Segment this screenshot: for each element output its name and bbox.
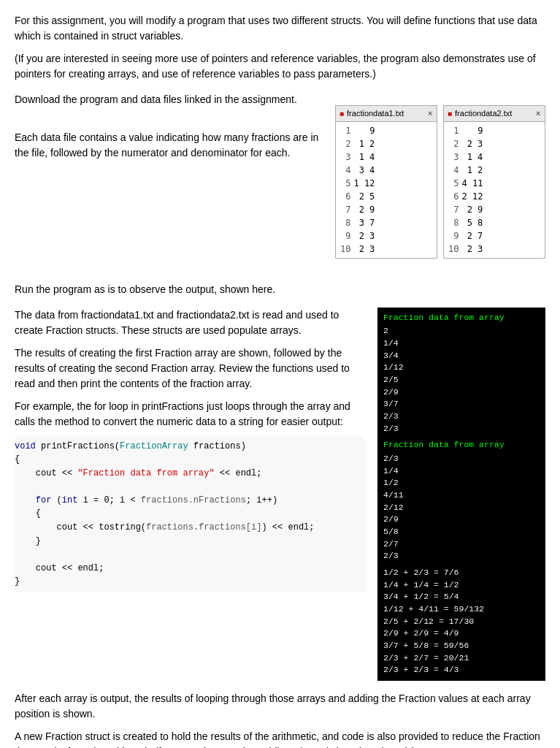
file-viewer-1-title: ■ fractiondata1.txt ✕ <box>336 106 437 122</box>
terminal-result: 2/9 + 2/9 = 4/9 <box>383 627 540 640</box>
code-line10: cout << endl; <box>15 562 366 576</box>
terminal-line: 1/12 <box>383 362 540 374</box>
file2-table: 19 22 3 31 4 41 2 54 11 62 12 72 9 85 8 … <box>448 124 486 256</box>
run-text: Run the program as is to observe the out… <box>15 282 545 297</box>
desc-para1: The data from fractiondata1.txt and frac… <box>15 308 366 338</box>
code-line9 <box>15 548 366 562</box>
desc-para3: For example, the for loop in printFracti… <box>15 399 366 430</box>
file1-title: fractiondata1.txt <box>347 107 404 120</box>
code-line2: { <box>15 453 366 467</box>
code-block: void printFractions(FractionArray fracti… <box>15 437 366 592</box>
files-download-section: Download the program and data files link… <box>15 92 545 272</box>
terminal-line: 2/3 <box>383 550 540 562</box>
code-line7: cout << tostring(fractions.fractions[i])… <box>15 521 366 535</box>
intro-section: For this assignment, you will modify a p… <box>15 13 545 82</box>
file1-close[interactable]: ✕ <box>427 108 433 119</box>
table-row: 85 8 <box>448 216 486 229</box>
terminal-line: 2/5 <box>383 374 540 386</box>
table-row: 41 2 <box>448 164 486 177</box>
table-row: 62 12 <box>448 190 486 203</box>
terminal-line: 2/3 <box>383 453 540 465</box>
file2-title: fractiondata2.txt <box>455 107 512 120</box>
terminal-line: 3/7 <box>383 398 540 411</box>
code-line6: { <box>15 507 366 521</box>
code-line3: cout << "Fraction data from array" << en… <box>15 467 366 481</box>
file2-body: 19 22 3 31 4 41 2 54 11 62 12 72 9 85 8 … <box>444 122 545 258</box>
table-row: 51 12 <box>340 177 377 190</box>
code-line1: void printFractions(FractionArray fracti… <box>15 440 366 454</box>
table-row: 31 4 <box>448 150 486 164</box>
table-row: 31 4 <box>340 150 377 164</box>
desc-para2: The results of creating the first Fracti… <box>15 346 366 392</box>
table-row: 54 11 <box>448 177 486 190</box>
code-line8: } <box>15 535 366 549</box>
file-viewer-2-title: ■ fractiondata2.txt ✕ <box>444 106 545 122</box>
terminal-line: 4/11 <box>383 489 540 502</box>
terminal-line: 2/9 <box>383 514 540 526</box>
code-line4 <box>15 480 366 494</box>
terminal-result: 2/3 + 2/3 = 4/3 <box>383 664 540 676</box>
terminal-result: 1/12 + 4/11 = 59/132 <box>383 603 540 616</box>
terminal-line: 3/4 <box>383 350 540 362</box>
terminal-header1: Fraction data from array <box>383 312 540 324</box>
terminal-line: 2 <box>383 325 540 337</box>
terminal-output: Fraction data from array 2 1/4 3/4 1/12 … <box>377 308 545 681</box>
table-row: 102 3 <box>448 243 486 256</box>
download-text: Download the program and data files link… <box>15 92 323 107</box>
terminal-result: 1/2 + 2/3 = 7/6 <box>383 567 540 579</box>
terminal-line: 1/4 <box>383 337 540 350</box>
terminal-line: 2/3 <box>383 411 540 423</box>
terminal-line: 1/2 <box>383 477 540 489</box>
terminal-line: 2/3 <box>383 423 540 435</box>
terminal-result: 2/5 + 2/12 = 17/30 <box>383 616 540 628</box>
table-row: 102 3 <box>340 243 377 256</box>
terminal-line: 2/9 <box>383 386 540 399</box>
intro-para1: For this assignment, you will modify a p… <box>15 13 545 44</box>
terminal-line: 5/8 <box>383 526 540 538</box>
file-viewers-container: ■ fractiondata1.txt ✕ 19 21 2 31 4 43 4 … <box>335 105 545 259</box>
file-viewer-1: ■ fractiondata1.txt ✕ 19 21 2 31 4 43 4 … <box>335 105 437 259</box>
bottom-para1: After each array is output, the results … <box>15 691 545 722</box>
terminal-area: Fraction data from array 2 1/4 3/4 1/12 … <box>377 308 545 681</box>
terminal-line: 2/12 <box>383 502 540 514</box>
terminal-result: 2/3 + 2/7 = 20/21 <box>383 652 540 665</box>
table-row: 21 2 <box>340 137 377 150</box>
file2-icon: ■ <box>448 108 452 119</box>
intro-para2: (If you are interested in seeing more us… <box>15 51 545 82</box>
table-row: 92 3 <box>340 229 377 243</box>
bottom-section: After each array is output, the results … <box>15 691 545 748</box>
terminal-result: 3/4 + 1/2 = 5/4 <box>383 591 540 603</box>
file1-table: 19 21 2 31 4 43 4 51 12 62 5 72 9 83 7 9… <box>340 124 377 256</box>
download-text-area: Download the program and data files link… <box>15 92 323 168</box>
table-row: 62 5 <box>340 190 377 203</box>
file-viewers-area: ■ fractiondata1.txt ✕ 19 21 2 31 4 43 4 … <box>335 92 545 272</box>
table-row: 72 9 <box>340 203 377 216</box>
terminal-result: 3/7 + 5/8 = 59/56 <box>383 640 540 652</box>
bottom-para2: A new Fraction struct is created to hold… <box>15 729 545 748</box>
code-line11: } <box>15 575 366 589</box>
terminal-result: 1/4 + 1/4 = 1/2 <box>383 579 540 592</box>
terminal-line: 2/7 <box>383 538 540 551</box>
file2-close[interactable]: ✕ <box>535 108 541 119</box>
file1-body: 19 21 2 31 4 43 4 51 12 62 5 72 9 83 7 9… <box>336 122 437 258</box>
file1-icon: ■ <box>340 108 344 119</box>
terminal-header2: Fraction data from array <box>383 439 540 451</box>
table-row: 83 7 <box>340 216 377 229</box>
table-row: 19 <box>448 124 486 137</box>
description-terminal-section: The data from fractiondata1.txt and frac… <box>15 308 545 681</box>
code-line5: for (int i = 0; i < fractions.nFractions… <box>15 494 366 508</box>
table-row: 92 7 <box>448 229 486 243</box>
run-section: Run the program as is to observe the out… <box>15 282 545 297</box>
table-row: 72 9 <box>448 203 486 216</box>
terminal-line: 1/4 <box>383 465 540 478</box>
data-file-text: Each data file contains a value indicati… <box>15 130 323 161</box>
table-row: 19 <box>340 124 377 137</box>
table-row: 43 4 <box>340 164 377 177</box>
table-row: 22 3 <box>448 137 486 150</box>
description-area: The data from fractiondata1.txt and frac… <box>15 308 366 600</box>
file-viewer-2: ■ fractiondata2.txt ✕ 19 22 3 31 4 41 2 … <box>443 105 545 259</box>
